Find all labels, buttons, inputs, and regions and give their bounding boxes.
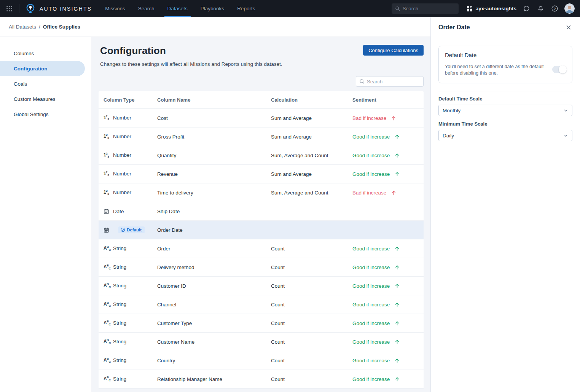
column-type-label: String (113, 339, 126, 344)
sidebar-item-columns[interactable]: Columns (0, 46, 91, 61)
notifications-bell-icon[interactable] (536, 5, 545, 13)
sentiment-value[interactable]: Good if increase (352, 265, 400, 270)
table-row[interactable]: 123NumberTime to deliverySum, Average an… (99, 183, 424, 202)
table-search-input[interactable] (367, 79, 420, 84)
global-search-input[interactable] (403, 6, 455, 11)
table-row[interactable]: ABCStringCountryCountGood if increase (99, 351, 424, 370)
brand[interactable]: AUTO INSIGHTS (25, 3, 92, 14)
sentiment-value[interactable]: Good if increase (352, 171, 400, 177)
column-type-cell: 123Number (99, 152, 152, 158)
table-row[interactable]: DateShip Date (99, 202, 424, 221)
table-row[interactable]: ABCStringCustomer IDCountGood if increas… (99, 277, 424, 295)
global-search[interactable] (392, 3, 459, 14)
org-switcher[interactable]: ayx-autoinsights (467, 6, 516, 12)
column-type-label: String (113, 301, 126, 307)
calculation-cell: Count (266, 246, 347, 252)
configure-calculations-button[interactable]: Configure Calculations (363, 45, 424, 56)
sentiment-cell: Good if increase (347, 339, 424, 345)
default-time-scale-label: Default Time Scale (438, 96, 572, 102)
nav-datasets[interactable]: Datasets (166, 0, 189, 17)
default-date-card: Default Date You'll need to set a differ… (438, 46, 572, 83)
table-row[interactable]: 123NumberGross ProfitSum and AverageGood… (99, 127, 424, 146)
user-avatar[interactable] (564, 3, 575, 14)
table-row[interactable]: 123NumberRevenueSum and AverageGood if i… (99, 165, 424, 183)
column-type-label: String (113, 283, 126, 288)
sentiment-value[interactable]: Good if increase (352, 339, 400, 345)
calculation-cell: Count (266, 339, 347, 345)
table-row[interactable]: ABCStringCustomer NameCountGood if incre… (99, 333, 424, 351)
table-row[interactable]: 123NumberCostSum and AverageBad if incre… (99, 109, 424, 127)
column-type-cell: Default (99, 226, 152, 233)
sentiment-value[interactable]: Good if increase (352, 283, 400, 289)
org-name: ayx-autoinsights (476, 6, 516, 11)
column-type-label: Date (113, 209, 124, 214)
sentiment-value[interactable]: Good if increase (352, 320, 400, 326)
apps-grid-icon[interactable] (5, 4, 14, 13)
nav-missions[interactable]: Missions (104, 0, 126, 17)
topbar-divider (19, 4, 19, 13)
sidebar-item-global-settings[interactable]: Global Settings (0, 107, 91, 122)
order-date-panel: Order Date Default Date You'll need to s… (430, 17, 580, 392)
arrow-up-icon (394, 265, 400, 270)
table-search[interactable] (356, 76, 424, 87)
column-type-cell: ABCString (99, 282, 152, 289)
sentiment-cell: Bad if increase (347, 190, 424, 196)
column-name-cell: Customer Type (152, 320, 266, 326)
sentiment-value[interactable]: Good if increase (352, 153, 400, 158)
help-icon[interactable]: ? (550, 5, 559, 13)
sentiment-value[interactable]: Good if increase (352, 134, 400, 140)
calculation-cell: Sum, Average and Count (266, 190, 347, 196)
sentiment-value[interactable]: Bad if increase (352, 115, 397, 121)
chat-icon[interactable] (522, 5, 531, 13)
default-time-scale-select[interactable]: Monthly (438, 105, 572, 116)
column-name-cell: Order (152, 246, 266, 252)
arrow-up-icon (394, 283, 400, 289)
close-icon[interactable] (565, 24, 572, 31)
table-body: 123NumberCostSum and AverageBad if incre… (99, 109, 424, 389)
sentiment-cell: Good if increase (347, 134, 424, 140)
table-row[interactable]: 123NumberQuantitySum, Average and CountG… (99, 146, 424, 165)
nav-reports[interactable]: Reports (236, 0, 256, 17)
column-type-cell: ABCString (99, 357, 152, 363)
table-row[interactable]: ABCStringChannelCountGood if increase (99, 295, 424, 314)
table-row[interactable]: ABCStringOrderCountGood if increase (99, 239, 424, 258)
column-type-cell: ABCString (99, 338, 152, 345)
date-type-icon (104, 209, 110, 214)
sentiment-value[interactable]: Good if increase (352, 302, 400, 308)
calculation-cell: Count (266, 265, 347, 270)
column-type-cell: 123Number (99, 115, 152, 121)
page-subtitle: Changes to these settings will affect al… (100, 61, 424, 67)
sidebar-item-custom-measures[interactable]: Custom Measures (0, 91, 91, 107)
sidebar-item-goals[interactable]: Goals (0, 76, 91, 91)
sentiment-value[interactable]: Bad if increase (352, 190, 397, 196)
table-row[interactable]: ABCStringRelationship Manager NameCountG… (99, 370, 424, 389)
default-time-scale-value: Monthly (443, 108, 460, 113)
sentiment-cell: Bad if increase (347, 115, 424, 121)
minimum-time-scale-select[interactable]: Daily (438, 130, 572, 141)
sentiment-value[interactable]: Good if increase (352, 376, 400, 382)
nav-search[interactable]: Search (137, 0, 156, 17)
table-row[interactable]: ABCStringCustomer TypeCountGood if incre… (99, 314, 424, 333)
string-type-icon: ABC (104, 245, 110, 252)
column-type-label: Number (113, 115, 131, 121)
column-name-cell: Time to delivery (152, 190, 266, 196)
default-date-toggle[interactable] (552, 66, 566, 73)
breadcrumb-all-datasets[interactable]: All Datasets (9, 24, 36, 30)
column-name-cell: Country (152, 358, 266, 363)
nav-playbooks[interactable]: Playbooks (199, 0, 225, 17)
sentiment-cell: Good if increase (347, 265, 424, 270)
arrow-up-icon (391, 115, 397, 121)
column-name-cell: Quantity (152, 153, 266, 158)
table-row[interactable]: ABCStringDelivery methodCountGood if inc… (99, 258, 424, 277)
column-type-cell: 123Number (99, 133, 152, 140)
column-name-cell: Cost (152, 115, 266, 121)
column-type-label: Number (113, 134, 131, 139)
column-type-label: String (113, 357, 126, 363)
string-type-icon: ABC (104, 357, 110, 363)
sentiment-value[interactable]: Good if increase (352, 246, 400, 252)
sentiment-value[interactable]: Good if increase (352, 358, 400, 363)
table-row[interactable]: DefaultOrder Date (99, 221, 424, 239)
number-type-icon: 123 (104, 189, 110, 196)
header-sentiment: Sentiment (347, 97, 424, 103)
sidebar-item-configuration[interactable]: Configuration (0, 61, 85, 76)
